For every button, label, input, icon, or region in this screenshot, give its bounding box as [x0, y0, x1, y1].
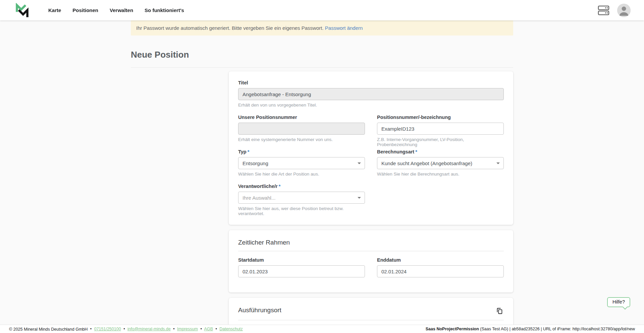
footer-separator: • [200, 327, 202, 331]
app-header: Karte Positionen Verwalten So funktionie… [0, 0, 644, 20]
ausfuehrungsort-title: Ausführungsort [238, 307, 281, 314]
typ-field: Typ* Entsorgung Wählen Sie hier die Art … [238, 149, 365, 177]
server-dns-icon[interactable] [598, 5, 610, 16]
unsere-positionsnummer-field: Unsere Positionsnummer Erhält eine syste… [238, 115, 365, 142]
typ-label: Typ* [238, 149, 365, 154]
change-password-link[interactable]: Passwort ändern [325, 25, 363, 31]
required-asterisk: * [415, 149, 417, 154]
berechnungsart-select[interactable]: Kunde sucht Angebot (Angebotsanfrage) [377, 157, 504, 169]
enddatum-label: Enddatum [377, 257, 504, 263]
berechnungsart-helper: Wählen Sie hier die Berechnungsart aus. [377, 172, 504, 177]
footer-link-datenschutz[interactable]: Datenschutz [219, 327, 243, 331]
footer-separator: • [215, 327, 217, 331]
chevron-down-icon [358, 162, 361, 164]
help-button-label: Hilfe? [612, 299, 625, 305]
typ-select-value: Entsorgung [243, 160, 268, 166]
nav-item-karte[interactable]: Karte [48, 7, 61, 13]
startdatum-input[interactable] [238, 265, 365, 277]
main-nav: Karte Positionen Verwalten So funktionie… [48, 7, 184, 13]
chevron-down-icon [358, 197, 361, 199]
password-notice-banner: Ihr Passwort wurde automatisch generiert… [131, 20, 513, 36]
verantwortliche-select-placeholder: Ihre Auswahl... [243, 195, 275, 201]
footer-copyright: © 2025 Mineral Minds Deutschland GmbH [9, 327, 88, 331]
footer-separator: • [173, 327, 174, 331]
section-divider [238, 320, 504, 320]
berechnungsart-label: Berechnungsart* [377, 149, 504, 154]
nav-item-positionen[interactable]: Positionen [72, 7, 98, 13]
footer-link-agb[interactable]: AGB [204, 327, 213, 331]
footer-saas-details: (Saas Test AG) | ab58ad235226 | URL of i… [479, 327, 635, 331]
zeitlicher-rahmen-card: Zeitlicher Rahmen Startdatum Enddatum [229, 230, 513, 292]
mineral-minds-logo-icon[interactable] [15, 3, 30, 18]
nav-item-so-funktionierts[interactable]: So funktioniert's [145, 7, 184, 13]
app-footer: © 2025 Mineral Minds Deutschland GmbH • … [0, 325, 644, 333]
titel-field: Titel Erhält den von uns vorgegebenen Ti… [238, 80, 504, 108]
footer-separator: • [123, 327, 125, 331]
user-avatar-icon[interactable] [617, 4, 631, 17]
berechnungsart-field: Berechnungsart* Kunde sucht Angebot (Ang… [377, 149, 504, 183]
help-button[interactable]: Hilfe? [607, 297, 630, 307]
unsere-positionsnummer-label: Unsere Positionsnummer [238, 115, 365, 120]
footer-saas-label: Saas NoProjectPermission [426, 327, 479, 331]
unsere-positionsnummer-helper: Erhält eine systemgenerierte Nummer von … [238, 137, 365, 142]
footer-left: © 2025 Mineral Minds Deutschland GmbH • … [9, 327, 243, 332]
positionsnummer-label: Positionsnummer/-bezeichnung [377, 115, 504, 120]
verantwortliche-label: Verantwortliche/r* [238, 184, 365, 189]
typ-helper: Wählen Sie hier die Art der Position aus… [238, 172, 365, 177]
verantwortliche-field: Verantwortliche/r* Ihre Auswahl... Wähle… [238, 184, 365, 216]
footer-link-phone[interactable]: 07151/250100 [94, 327, 121, 331]
titel-input [238, 88, 504, 100]
nav-item-verwalten[interactable]: Verwalten [110, 7, 133, 13]
verantwortliche-select[interactable]: Ihre Auswahl... [238, 192, 365, 204]
enddatum-field: Enddatum [377, 257, 504, 284]
positionsnummer-field: Positionsnummer/-bezeichnung Z.B. Intern… [377, 115, 504, 148]
header-actions [598, 4, 631, 17]
footer-separator: • [90, 327, 92, 331]
enddatum-input[interactable] [377, 265, 504, 277]
chevron-down-icon [496, 162, 500, 164]
titel-label: Titel [238, 80, 504, 85]
main-content: Ihr Passwort wurde automatisch generiert… [0, 20, 644, 333]
typ-select[interactable]: Entsorgung [238, 157, 365, 169]
unsere-positionsnummer-input [238, 123, 365, 135]
zeitlicher-rahmen-title: Zeitlicher Rahmen [238, 239, 504, 246]
copy-icon[interactable] [495, 307, 504, 315]
positionsnummer-helper: Z.B. Interne-Vorgangsnummer, LV-Position… [377, 137, 504, 147]
berechnungsart-select-value: Kunde sucht Angebot (Angebotsanfrage) [381, 160, 472, 166]
section-divider [238, 251, 504, 251]
titel-helper: Erhält den von uns vorgegebenen Titel. [238, 103, 504, 108]
position-details-card: Titel Erhält den von uns vorgegebenen Ti… [229, 71, 513, 225]
required-asterisk: * [248, 149, 250, 154]
required-asterisk: * [279, 184, 281, 189]
footer-link-impressum[interactable]: Impressum [177, 327, 198, 331]
footer-link-email[interactable]: info@mineral-minds.de [127, 327, 171, 331]
page-title: Neue Position [131, 50, 513, 68]
positionsnummer-input[interactable] [377, 123, 504, 135]
banner-message: Ihr Passwort wurde automatisch generiert… [136, 25, 324, 31]
footer-environment-info: Saas NoProjectPermission (Saas Test AG) … [426, 327, 635, 331]
verantwortliche-helper: Wählen Sie hier aus, wer diese Position … [238, 206, 365, 216]
startdatum-field: Startdatum [238, 257, 365, 277]
startdatum-label: Startdatum [238, 257, 365, 263]
